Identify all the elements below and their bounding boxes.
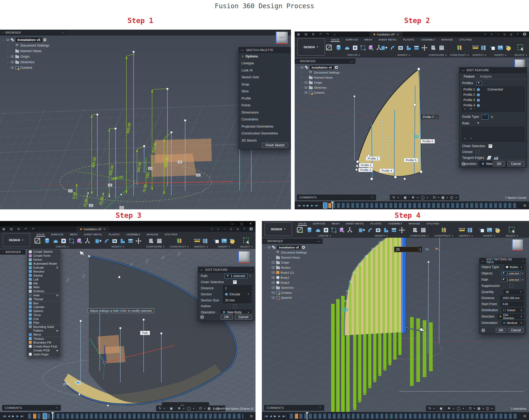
- select-icon[interactable]: [508, 226, 516, 234]
- extrude-icon[interactable]: [305, 226, 313, 234]
- tree-item[interactable]: ⌄ Sketches: [2, 59, 49, 65]
- cancel-button[interactable]: Cancel: [235, 314, 252, 320]
- select-icon[interactable]: [517, 44, 525, 52]
- hole-icon[interactable]: [352, 44, 358, 51]
- cancel-button[interactable]: Cancel: [508, 328, 524, 333]
- menu-item[interactable]: Create Form ▶: [27, 254, 61, 258]
- derive-icon[interactable]: [360, 44, 366, 51]
- nav-toolbar[interactable]: ↻▾ ▣ ✥ ⌕ ◯▾ ⊡▾ ▦▾ ◫▾: [390, 195, 459, 200]
- plane-icon[interactable]: [175, 237, 183, 245]
- form-icon[interactable]: [76, 238, 83, 244]
- combine-icon[interactable]: [405, 44, 412, 51]
- insert-mesh-icon[interactable]: [505, 44, 512, 51]
- minimize-button[interactable]: —: [231, 222, 234, 225]
- profile-row[interactable]: Profile 1 Connected: [462, 87, 524, 92]
- file-icon[interactable]: ▤: [304, 33, 307, 36]
- select-menu-label[interactable]: SELECT ▼: [240, 245, 254, 249]
- split-icon[interactable]: [413, 44, 420, 51]
- tree-item[interactable]: ⌄ Bodies: [263, 265, 307, 270]
- tab[interactable]: PLASTIC: [106, 233, 123, 236]
- derive-icon[interactable]: [68, 238, 75, 244]
- avatar[interactable]: [249, 227, 253, 231]
- menu-item[interactable]: Bounding Solid ▶: [27, 325, 61, 329]
- split-icon[interactable]: [391, 227, 397, 233]
- tab[interactable]: SURFACE: [48, 233, 67, 236]
- zoom-icon[interactable]: ⌕: [417, 196, 418, 199]
- tangent-icon-1[interactable]: [487, 156, 491, 160]
- quantity-spinner[interactable]: ▲▼: [418, 247, 422, 252]
- tree-item[interactable]: Sketch5: [263, 295, 307, 300]
- tab[interactable]: MANAGE: [144, 233, 162, 236]
- configure-icon[interactable]: [148, 238, 155, 244]
- ok-button[interactable]: OK: [496, 328, 506, 333]
- insert-menu-label[interactable]: INSERT ▼: [494, 53, 507, 57]
- undo-icon[interactable]: ↶: [319, 33, 322, 36]
- menu-item[interactable]: Boundary Fill ▶: [27, 340, 61, 344]
- tab-analysis[interactable]: Analysis: [478, 74, 494, 79]
- view-cube[interactable]: LEFT: [276, 32, 288, 44]
- palette-row[interactable]: Constraints: [239, 116, 290, 123]
- tab[interactable]: ASSEMBLY: [123, 233, 144, 236]
- revolve-icon[interactable]: [315, 227, 321, 233]
- rails-list[interactable]: ＋ ✕: [462, 127, 525, 142]
- create-sketch-icon[interactable]: [296, 226, 304, 234]
- ok-button[interactable]: OK: [221, 314, 232, 320]
- insert-menu-label[interactable]: INSERT ▼: [217, 245, 231, 249]
- comments-bar[interactable]: COMMENTS＋: [2, 405, 61, 411]
- split-icon[interactable]: [127, 238, 134, 244]
- revolve-icon[interactable]: [52, 238, 59, 244]
- tree-item[interactable]: Content: [296, 90, 340, 95]
- palette-row[interactable]: Profile: [239, 95, 290, 102]
- help-icon[interactable]: ?: [243, 228, 245, 231]
- tree-item[interactable]: Content: [2, 65, 49, 70]
- insert-mesh-icon[interactable]: [229, 238, 235, 244]
- tab[interactable]: ASSEMBLY: [385, 222, 405, 225]
- quantity-input[interactable]: 25: [394, 247, 418, 252]
- menu-item[interactable]: Cylinder ▶: [27, 305, 61, 309]
- viewports-icon[interactable]: ◫: [450, 196, 453, 199]
- hole-icon[interactable]: [323, 227, 329, 233]
- create-sketch-icon[interactable]: [34, 237, 42, 245]
- file-icon[interactable]: ▤: [10, 227, 12, 231]
- combine-icon[interactable]: [119, 238, 126, 244]
- tangent-icon-2[interactable]: [494, 156, 498, 160]
- configuration-table-icon[interactable]: [156, 238, 163, 244]
- tree-item[interactable]: › Document Settings: [263, 250, 307, 255]
- configure-menu-label[interactable]: CONFIGURE ▼: [410, 234, 429, 238]
- collapse-icon[interactable]: «: [2, 31, 3, 34]
- combine-icon[interactable]: [383, 227, 389, 233]
- guide-type-2[interactable]: ⋔: [491, 115, 493, 119]
- menu-item[interactable]: Joint Origin ▶: [27, 352, 61, 356]
- tab[interactable]: SHEET METAL: [343, 222, 367, 225]
- redo-icon[interactable]: ↷: [32, 227, 34, 231]
- finish-sketch-button[interactable]: Finish Sketch: [262, 143, 288, 147]
- cancel-button[interactable]: Cancel: [507, 161, 525, 166]
- home-icon[interactable]: ⌂: [334, 33, 335, 36]
- object-type-dropdown[interactable]: Bodies▼: [505, 265, 524, 269]
- canvas-icon[interactable]: [486, 227, 493, 233]
- construct-menu-label[interactable]: CONSTRUCT ▼: [169, 245, 189, 249]
- orientation-quick-icon[interactable]: H▾: [425, 247, 429, 251]
- shell-icon[interactable]: [397, 44, 404, 51]
- tab[interactable]: SOLID: [328, 38, 343, 42]
- menu-item[interactable]: Rib ▶: [27, 281, 61, 285]
- add-tab-icon[interactable]: +: [485, 33, 486, 36]
- browser-panel-header[interactable]: «BROWSER—: [262, 238, 323, 244]
- pan-icon[interactable]: ✥: [412, 196, 414, 199]
- shell-icon[interactable]: [375, 227, 381, 233]
- form-icon[interactable]: [339, 227, 345, 233]
- tab-feature[interactable]: Feature: [462, 74, 477, 79]
- configure-icon[interactable]: [412, 227, 419, 233]
- inspect-menu-label[interactable]: INSPECT ▼: [458, 234, 473, 238]
- fillet-icon[interactable]: [103, 238, 110, 244]
- tab[interactable]: SURFACE: [310, 222, 329, 225]
- fit-icon[interactable]: ◯: [421, 196, 424, 199]
- timeline[interactable]: |◀◀▶▶▶| ⚙: [295, 201, 529, 209]
- info-icon[interactable]: i: [200, 315, 204, 319]
- timeline-active-feature[interactable]: [43, 413, 47, 419]
- tree-item[interactable]: Body3: [263, 280, 307, 285]
- document-tab[interactable]: ⬢Installation v5*✕: [76, 226, 109, 232]
- distribution-dropdown[interactable]: Extent▼: [502, 308, 524, 313]
- tree-item[interactable]: › Document Settings: [2, 43, 49, 48]
- timeline-active-feature[interactable]: [323, 202, 327, 209]
